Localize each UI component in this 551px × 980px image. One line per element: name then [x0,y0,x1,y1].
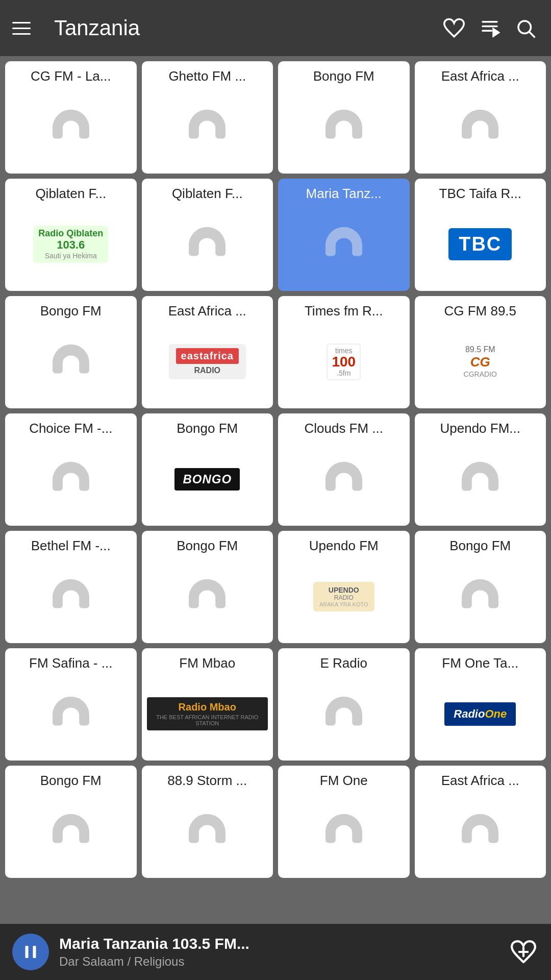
radio-card-17[interactable]: Bethel FM -... [5,531,137,643]
add-favorite-button[interactable] [508,937,539,967]
now-playing-bar: Maria Tanzania 103.5 FM... Dar Salaam / … [0,924,551,980]
header: Tanzania [0,0,551,56]
headphone-icon [184,222,230,267]
card-logo [147,89,268,164]
radio-card-1[interactable]: CG FM - La... [5,61,137,174]
radio-card-10[interactable]: East Africa ... eastafrica RADIO [142,296,273,408]
card-logo [10,559,132,634]
svg-rect-6 [26,946,29,958]
radio-card-13[interactable]: Choice FM -... [5,413,137,526]
card-title: FM One [283,773,405,789]
svg-line-5 [530,32,535,37]
card-logo: Radio Qiblaten 103.6 Sauti ya Hekima [10,207,132,282]
card-logo [283,794,405,869]
radio-card-16[interactable]: Upendo FM... [415,413,546,526]
radio-card-6[interactable]: Qiblaten F... [142,179,273,291]
card-title: E Radio [283,655,405,671]
headphone-icon [184,808,230,854]
radio-card-2[interactable]: Ghetto FM ... [142,61,273,174]
card-title: Bongo FM [10,773,132,789]
radio-card-5[interactable]: Qiblaten F... Radio Qiblaten 103.6 Sauti… [5,179,137,291]
headphone-icon [184,104,230,150]
card-title: Maria Tanz... [283,186,405,202]
card-logo [10,89,132,164]
headphone-icon [48,339,94,385]
card-title: FM Mbao [147,655,268,671]
headphone-icon [457,574,503,620]
card-title: Qiblaten F... [147,186,268,202]
headphone-icon [48,808,94,854]
radio-card-9[interactable]: Bongo FM [5,296,137,408]
card-logo [147,207,268,282]
headphone-icon [48,104,94,150]
radio-card-15[interactable]: Clouds FM ... [278,413,410,526]
card-title: East Africa ... [420,773,541,789]
card-title: Bethel FM -... [10,538,132,554]
radio-card-24[interactable]: FM One Ta... RadioOne [415,648,546,761]
card-title: Bongo FM [147,538,268,554]
card-title: CG FM 89.5 [420,303,541,319]
headphone-icon [457,104,503,150]
favorites-icon[interactable] [441,15,467,41]
card-title: Bongo FM [420,538,541,554]
now-playing-subtitle: Dar Salaam / Religious [59,954,498,969]
card-logo: UPENDO RADIO ARAKA YRA KOTO [283,559,405,634]
playlist-icon[interactable] [477,15,503,41]
radio-card-23[interactable]: E Radio [278,648,410,761]
card-logo [283,89,405,164]
radio-card-14[interactable]: Bongo FMBONGO [142,413,273,526]
radio-card-25[interactable]: Bongo FM [5,766,137,878]
card-title: TBC Taifa R... [420,186,541,202]
headphone-icon [48,691,94,737]
radio-card-11[interactable]: Times fm R... times 100 .5fm [278,296,410,408]
radio-card-26[interactable]: 88.9 Storm ... [142,766,273,878]
headphone-icon [321,456,367,502]
card-logo [420,89,541,164]
card-title: Upendo FM [283,538,405,554]
card-title: Choice FM -... [10,421,132,436]
radio-card-18[interactable]: Bongo FM [142,531,273,643]
radio-card-28[interactable]: East Africa ... [415,766,546,878]
radio-grid: CG FM - La... Ghetto FM ... Bongo FM Eas… [0,56,551,939]
pause-button[interactable] [12,934,49,970]
headphone-icon [321,808,367,854]
headphone-icon [321,691,367,737]
card-title: Bongo FM [10,303,132,319]
radio-card-8[interactable]: TBC Taifa R...TBC [415,179,546,291]
radio-card-19[interactable]: Upendo FM UPENDO RADIO ARAKA YRA KOTO [278,531,410,643]
radio-card-7[interactable]: Maria Tanz... [278,179,410,291]
card-title: Qiblaten F... [10,186,132,202]
card-logo: TBC [420,207,541,282]
radio-card-27[interactable]: FM One [278,766,410,878]
svg-marker-3 [493,29,499,36]
card-title: Clouds FM ... [283,421,405,436]
card-logo [283,207,405,282]
card-title: FM Safina - ... [10,655,132,671]
page-title: Tanzania [54,16,431,40]
card-logo: 89.5 FM CG CGRADIO [420,324,541,399]
card-title: Ghetto FM ... [147,68,268,84]
card-logo: RadioOne [420,676,541,751]
card-logo: times 100 .5fm [283,324,405,399]
card-logo [420,442,541,517]
card-logo [10,794,132,869]
radio-card-21[interactable]: FM Safina - ... [5,648,137,761]
card-title: Upendo FM... [420,421,541,436]
radio-card-12[interactable]: CG FM 89.5 89.5 FM CG CGRADIO [415,296,546,408]
menu-button[interactable] [12,15,39,41]
card-logo [147,794,268,869]
card-logo [283,676,405,751]
headphone-icon [184,574,230,620]
search-icon[interactable] [512,15,539,41]
card-title: East Africa ... [147,303,268,319]
radio-card-20[interactable]: Bongo FM [415,531,546,643]
svg-rect-7 [33,946,36,958]
radio-card-4[interactable]: East Africa ... [415,61,546,174]
card-title: Times fm R... [283,303,405,319]
card-title: East Africa ... [420,68,541,84]
card-title: 88.9 Storm ... [147,773,268,789]
radio-card-22[interactable]: FM Mbao Radio Mbao THE BEST AFRICAN INTE… [142,648,273,761]
svg-rect-0 [482,21,498,23]
headphone-icon [48,574,94,620]
radio-card-3[interactable]: Bongo FM [278,61,410,174]
